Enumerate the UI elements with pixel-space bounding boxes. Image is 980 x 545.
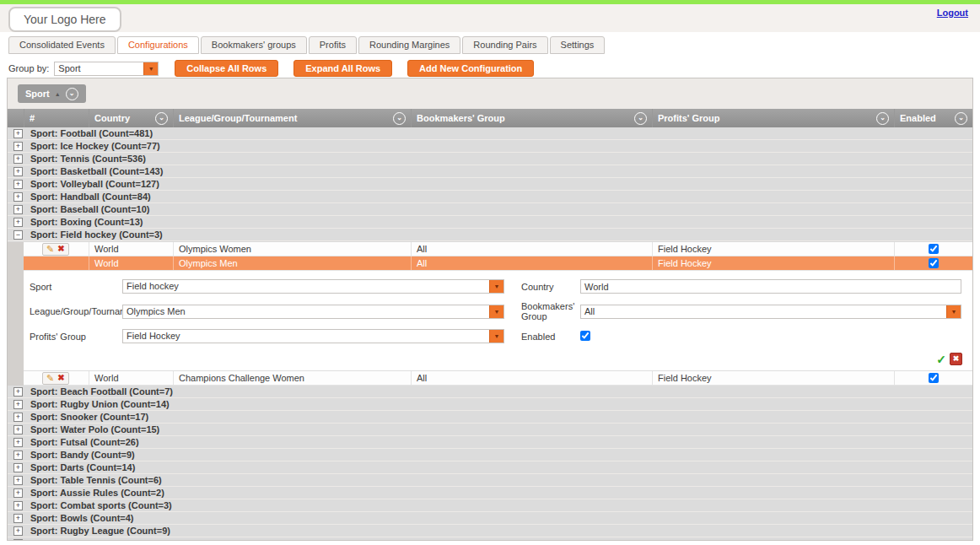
group-row[interactable]: +Sport: Football (Count=481)	[8, 127, 972, 139]
table-row[interactable]: ✎✖WorldChampions Challenge WomenAllField…	[24, 371, 972, 386]
grouping-bar: Sport ▲ ⌄	[8, 78, 972, 109]
group-row[interactable]: +Sport: Volleyball (Count=127)	[8, 178, 972, 190]
group-row[interactable]: +Sport: Table Tennis (Count=6)	[8, 474, 972, 486]
tab-configurations[interactable]: Configurations	[117, 36, 199, 54]
column-header-[interactable]: #	[24, 109, 89, 127]
tab-settings[interactable]: Settings	[550, 36, 606, 54]
enabled-checkbox[interactable]	[929, 258, 939, 268]
column-header-country[interactable]: Country⌄	[89, 109, 173, 127]
expand-toggle-icon[interactable]: +	[13, 218, 23, 227]
expand-toggle-icon[interactable]: +	[13, 129, 23, 138]
delete-icon[interactable]: ✖	[57, 374, 64, 382]
tab-bookmakers-groups[interactable]: Bookmakers' groups	[201, 36, 307, 54]
group-by-select[interactable]: Sport ▼	[54, 62, 159, 76]
edit-icon[interactable]: ✎	[46, 374, 54, 383]
column-header-league-group-tournament[interactable]: League/Group/Tournament⌄	[173, 109, 411, 127]
country-input[interactable]: World	[580, 279, 961, 294]
tab-rounding-margines[interactable]: Rounding Margines	[358, 36, 460, 54]
cancel-button[interactable]: ✖	[950, 353, 962, 365]
dropdown-arrow-icon[interactable]: ▼	[489, 305, 503, 318]
profits-group-select[interactable]: Field Hockey▼	[122, 329, 504, 343]
edit-icon[interactable]: ✎	[46, 245, 54, 254]
group-row[interactable]: +Sport: Aussie Rules (Count=2)	[8, 487, 972, 499]
expand-toggle-icon[interactable]: +	[13, 142, 23, 151]
tab-rounding-pairs[interactable]: Rounding Pairs	[462, 36, 547, 54]
group-row[interactable]: −Sport: Field hockey (Count=3)	[8, 229, 972, 240]
country-cell: World	[89, 256, 173, 270]
group-chip-sport[interactable]: Sport ▲ ⌄	[18, 84, 86, 103]
league-group-tournament-select[interactable]: Olympics Men▼	[122, 305, 504, 319]
add-new-configuration-button[interactable]: Add New Configuration	[407, 60, 534, 77]
expand-toggle-icon[interactable]: +	[13, 387, 23, 397]
filter-chevron-icon[interactable]: ⌄	[393, 112, 406, 125]
group-row[interactable]: +Sport: Snooker (Count=17)	[8, 411, 972, 423]
group-row[interactable]: +Sport: Ice Hockey (Count=77)	[8, 140, 972, 152]
expand-toggle-icon[interactable]: +	[13, 438, 23, 447]
group-row[interactable]: +Sport: Basketball (Count=143)	[8, 165, 972, 177]
group-row[interactable]: +Sport: Futsal (Count=26)	[8, 436, 972, 448]
filter-chevron-icon[interactable]: ⌄	[876, 112, 889, 125]
group-row[interactable]: +Sport: E Sports (Count=2)	[8, 537, 972, 540]
column-header-enabled[interactable]: Enabled⌄	[894, 109, 972, 127]
sport-select[interactable]: Field hockey▼	[122, 279, 504, 294]
filter-chevron-icon[interactable]: ⌄	[155, 112, 168, 125]
expand-toggle-icon[interactable]: +	[13, 501, 23, 510]
expand-toggle-icon[interactable]: +	[13, 514, 23, 523]
group-row[interactable]: +Sport: Boxing (Count=13)	[8, 216, 972, 228]
column-header-profits-group[interactable]: Profits' Group⌄	[652, 109, 894, 127]
chevron-down-icon[interactable]: ⌄	[66, 88, 78, 100]
expand-toggle-icon[interactable]: +	[13, 476, 23, 485]
column-header-bookmakers-group[interactable]: Bookmakers' Group⌄	[411, 109, 652, 127]
country-cell: World	[89, 371, 173, 385]
table-row[interactable]: WorldOlympics MenAllField Hockey	[24, 256, 972, 271]
dropdown-arrow-icon[interactable]: ▼	[946, 305, 961, 318]
group-row[interactable]: +Sport: Beach Football (Count=7)	[8, 386, 972, 397]
table-row[interactable]: ✎✖WorldOlympics WomenAllField Hockey	[24, 242, 972, 256]
expand-toggle-icon[interactable]: +	[13, 463, 23, 472]
expand-toggle-icon[interactable]: +	[13, 180, 23, 189]
expand-toggle-icon[interactable]: +	[13, 451, 23, 460]
dropdown-arrow-icon[interactable]: ▼	[489, 330, 503, 343]
group-label: Sport: E Sports (Count=2)	[30, 538, 144, 540]
filter-chevron-icon[interactable]: ⌄	[634, 112, 647, 125]
expand-toggle-icon[interactable]: +	[13, 488, 23, 498]
expand-toggle-icon[interactable]: +	[13, 539, 23, 541]
group-row[interactable]: +Sport: Baseball (Count=10)	[8, 203, 972, 215]
expand-toggle-icon[interactable]: +	[13, 425, 23, 434]
group-row[interactable]: +Sport: Combat sports (Count=3)	[8, 499, 972, 511]
logout-link[interactable]: Logout	[937, 8, 968, 18]
expand-toggle-icon[interactable]: +	[13, 167, 23, 176]
enabled-checkbox[interactable]	[929, 373, 939, 383]
enabled-checkbox[interactable]	[580, 331, 590, 341]
dropdown-arrow-icon[interactable]: ▼	[143, 62, 158, 75]
save-button[interactable]: ✓	[936, 353, 946, 365]
tab-consolidated-events[interactable]: Consolidated Events	[8, 36, 116, 54]
form-actions: ✓✖	[24, 351, 972, 368]
group-row[interactable]: +Sport: Rugby Union (Count=14)	[8, 398, 972, 410]
expand-toggle-icon[interactable]: +	[13, 192, 23, 202]
expand-toggle-icon[interactable]: +	[13, 205, 23, 214]
expand-toggle-icon[interactable]: +	[13, 526, 23, 536]
group-row[interactable]: +Sport: Rugby League (Count=9)	[8, 525, 972, 537]
group-row[interactable]: +Sport: Darts (Count=14)	[8, 461, 972, 473]
group-row[interactable]: +Sport: Tennis (Count=536)	[8, 153, 972, 165]
group-label: Sport: Bowls (Count=4)	[30, 513, 134, 523]
filter-chevron-icon[interactable]: ⌄	[955, 112, 967, 125]
collapse-toggle-icon[interactable]: −	[13, 230, 23, 240]
group-row[interactable]: +Sport: Handball (Count=84)	[8, 191, 972, 202]
delete-icon[interactable]: ✖	[57, 245, 64, 253]
bookmakers-group-select[interactable]: All▼	[580, 305, 961, 319]
dropdown-arrow-icon[interactable]: ▼	[489, 280, 503, 293]
tab-profits[interactable]: Profits	[309, 36, 357, 54]
expand-all-rows-button[interactable]: Expand All Rows	[293, 60, 392, 77]
league-cell: Champions Challenge Women	[173, 371, 411, 385]
bookmakers-group-cell: All	[411, 256, 652, 270]
group-row[interactable]: +Sport: Bowls (Count=4)	[8, 512, 972, 524]
group-row[interactable]: +Sport: Bandy (Count=9)	[8, 449, 972, 461]
expand-toggle-icon[interactable]: +	[13, 154, 23, 164]
group-row[interactable]: +Sport: Water Polo (Count=15)	[8, 424, 972, 435]
expand-toggle-icon[interactable]: +	[13, 413, 23, 422]
enabled-checkbox[interactable]	[929, 244, 939, 254]
collapse-all-rows-button[interactable]: Collapse All Rows	[175, 60, 278, 77]
expand-toggle-icon[interactable]: +	[13, 400, 23, 409]
